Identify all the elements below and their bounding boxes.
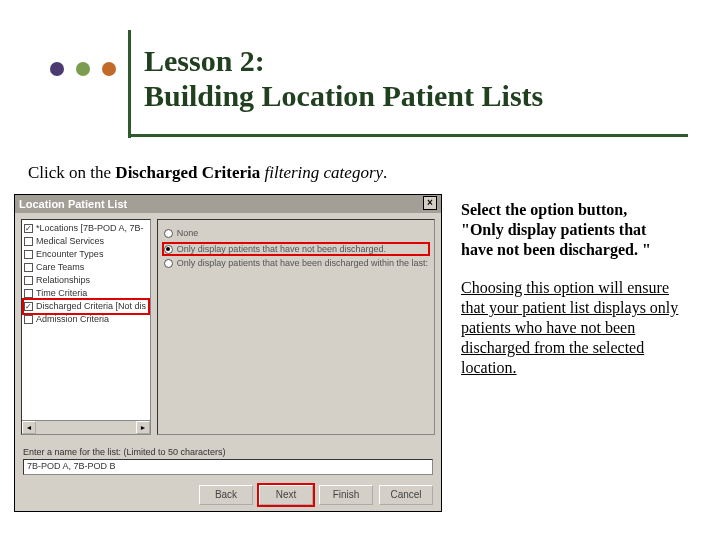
dot-icon [50,62,64,76]
criteria-list-item[interactable]: Relationships [24,274,148,287]
criteria-list-item[interactable]: Medical Services [24,235,148,248]
radio-icon[interactable] [164,259,173,268]
criteria-list-item[interactable]: Encounter Types [24,248,148,261]
criteria-label: Care Teams [36,261,84,274]
criteria-label: Encounter Types [36,248,103,261]
page-title: Lesson 2: Building Location Patient List… [144,30,543,113]
side-paragraph-2: Choosing this option will ensure that yo… [461,278,681,378]
instruction-text: Click on the Discharged Criteria filteri… [28,163,387,183]
criteria-label: Discharged Criteria [Not dis [36,300,146,313]
dot-icon [102,62,116,76]
checkbox-icon[interactable] [24,250,33,259]
header-bars [124,30,134,138]
cancel-button[interactable]: Cancel [379,485,433,505]
scroll-left-button[interactable]: ◄ [22,421,36,434]
checkbox-icon[interactable] [24,315,33,324]
discharge-option-row[interactable]: Only display patients that have not been… [162,242,430,256]
title-line2: Building Location Patient Lists [144,79,543,112]
close-button[interactable]: × [423,196,437,210]
checkbox-icon[interactable]: ✓ [24,302,33,311]
radio-label: None [177,228,199,238]
criteria-label: Medical Services [36,235,104,248]
scroll-right-button[interactable]: ► [136,421,150,434]
location-patient-list-dialog: Location Patient List × ✓*Locations [7B-… [14,194,442,512]
dot-icon [76,62,90,76]
criteria-list-item[interactable]: Care Teams [24,261,148,274]
criteria-label: Relationships [36,274,90,287]
discharge-options-panel: NoneOnly display patients that have not … [157,219,435,435]
next-button[interactable]: Next [259,485,313,505]
list-name-input[interactable]: 7B-POD A, 7B-POD B [23,459,433,475]
radio-label: Only display patients that have not been… [177,244,386,254]
dialog-titlebar: Location Patient List × [15,195,441,213]
radio-label: Only display patients that have been dis… [177,258,428,268]
criteria-label: Admission Criteria [36,313,109,326]
radio-icon[interactable] [164,229,173,238]
horizontal-scrollbar[interactable]: ◄ ► [22,420,150,434]
criteria-list-item[interactable]: Admission Criteria [24,313,148,326]
list-name-label: Enter a name for the list: (Limited to 5… [23,447,433,457]
decorative-dots [50,62,116,76]
checkbox-icon[interactable] [24,289,33,298]
discharge-option-row[interactable]: Only display patients that have been dis… [164,258,428,268]
criteria-label: *Locations [7B-POD A, 7B- [36,222,144,235]
checkbox-icon[interactable] [24,263,33,272]
criteria-label: Time Criteria [36,287,87,300]
criteria-listbox[interactable]: ✓*Locations [7B-POD A, 7B-Medical Servic… [21,219,151,435]
back-button[interactable]: Back [199,485,253,505]
radio-icon[interactable] [164,245,173,254]
checkbox-icon[interactable] [24,237,33,246]
checkbox-icon[interactable]: ✓ [24,224,33,233]
criteria-list-item[interactable]: ✓*Locations [7B-POD A, 7B- [24,222,148,235]
title-line1: Lesson 2: [144,44,265,77]
dialog-title-text: Location Patient List [19,195,127,213]
side-paragraph-1: Select the option button, "Only display … [461,200,681,260]
checkbox-icon[interactable] [24,276,33,285]
discharge-option-row[interactable]: None [164,228,428,238]
finish-button[interactable]: Finish [319,485,373,505]
